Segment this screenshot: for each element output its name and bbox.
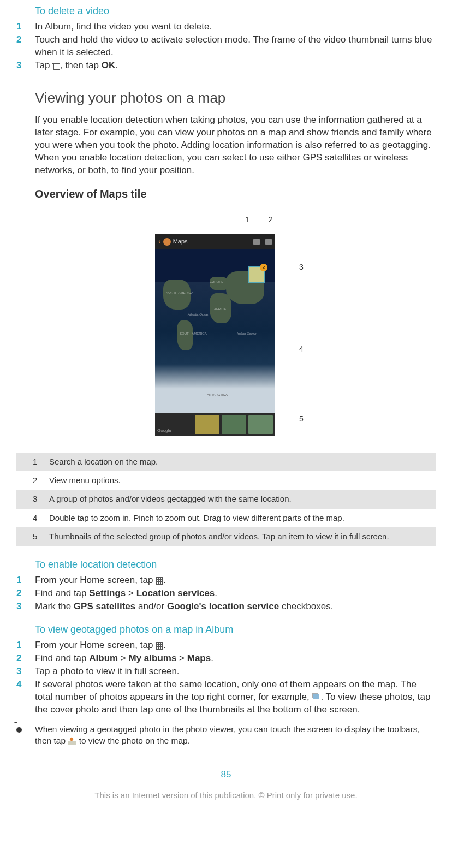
legend-text: View menu options.	[44, 471, 436, 490]
thumbnail[interactable]	[222, 415, 246, 434]
text-fragment: Mark the	[35, 601, 74, 611]
text-fragment: Find and tap	[35, 588, 89, 598]
menu-icon[interactable]	[265, 239, 272, 245]
map-label: EUROPE	[210, 280, 223, 284]
step-number: 3	[16, 601, 35, 613]
steps-delete-video: 1 In Album, find the video you want to d…	[16, 21, 436, 72]
map-label: Indian Ocean	[237, 331, 257, 336]
tip-bulb-icon	[16, 724, 35, 747]
table-row: 1 Search a location on the map.	[16, 453, 436, 471]
text-fragment: .	[211, 653, 213, 663]
footer-note: This is an Internet version of this publ…	[16, 790, 436, 801]
callout-legend-table: 1 Search a location on the map. 2 View m…	[16, 453, 436, 546]
bold-my-albums: My albums	[129, 653, 177, 663]
bold-settings: Settings	[89, 588, 126, 598]
section-title-view-geotagged: To view geotagged photos on a map in Alb…	[35, 623, 436, 636]
steps-view-geotagged: 1 From your Home screen, tap . 2 Find an…	[16, 639, 436, 716]
step-number: 2	[16, 652, 35, 665]
legend-text: A group of photos and/or videos geotagge…	[44, 490, 436, 508]
maps-title: Maps	[173, 237, 188, 246]
photo-stack-icon	[312, 693, 320, 701]
legend-num: 4	[16, 509, 44, 527]
tip-block: When viewing a geotagged photo in the ph…	[16, 724, 436, 747]
photo-count-badge: 2	[260, 264, 267, 271]
apps-grid-icon	[156, 577, 163, 585]
bold-google-location: Google's location service	[167, 601, 279, 611]
callout-number-5: 5	[299, 414, 304, 424]
step-text: Tap , then tap OK.	[35, 60, 436, 72]
figure-maps-overview: 1 2 3 4 5 ‹ Maps	[16, 212, 436, 442]
back-arrow-icon[interactable]: ‹	[158, 236, 161, 247]
thumbnail[interactable]	[195, 415, 219, 434]
text-fragment: and/or	[135, 601, 167, 611]
text-fragment: , then tap	[60, 60, 102, 70]
legend-text: Search a location on the map.	[44, 453, 436, 471]
bold-maps: Maps	[187, 653, 211, 663]
step-text: Tap a photo to view it in full screen.	[35, 665, 436, 678]
callout-number-3: 3	[299, 262, 304, 272]
step-text: Touch and hold the video to activate sel…	[35, 34, 436, 59]
legend-num: 5	[16, 527, 44, 546]
step-text: Mark the GPS satellites and/or Google's …	[35, 601, 436, 613]
text-fragment: >	[126, 588, 136, 598]
table-row: 4 Double tap to zoom in. Pinch to zoom o…	[16, 509, 436, 527]
text-fragment: checkboxes.	[279, 601, 333, 611]
step-number: 1	[16, 21, 35, 33]
maps-app-header: ‹ Maps	[155, 234, 275, 249]
intro-paragraph: If you enable location detection when ta…	[35, 114, 436, 177]
step-number: 2	[16, 587, 35, 600]
page-number: 85	[16, 769, 436, 781]
step-number: 2	[16, 34, 35, 59]
step-number: 1	[16, 639, 35, 652]
table-row: 3 A group of photos and/or videos geotag…	[16, 490, 436, 508]
text-fragment: >	[176, 653, 187, 663]
map-label: SOUTH AMERICA	[180, 331, 207, 336]
text-fragment: From your Home screen, tap	[35, 640, 156, 650]
map-area[interactable]: NORTH AMERICA SOUTH AMERICA EUROPE AFRIC…	[155, 249, 275, 413]
thumbnail-bar: Google	[155, 413, 275, 436]
bold-album: Album	[89, 653, 118, 663]
step-number: 1	[16, 574, 35, 587]
step-number: 3	[16, 60, 35, 72]
legend-num: 3	[16, 490, 44, 508]
map-label: ANTARCTICA	[207, 393, 228, 397]
section-title-enable-location: To enable location detection	[35, 558, 436, 571]
callout-number-4: 4	[299, 344, 304, 354]
apps-grid-icon	[156, 642, 163, 650]
map-label: AFRICA	[214, 307, 226, 311]
step-text: If several photos were taken at the same…	[35, 679, 436, 716]
step-text: From your Home screen, tap .	[35, 639, 436, 652]
bold-ok: OK	[102, 60, 116, 70]
callout-number-2: 2	[269, 215, 273, 225]
text-fragment: .	[163, 575, 166, 585]
legend-num: 2	[16, 471, 44, 490]
heading-viewing-photos-map: Viewing your photos on a map	[35, 88, 436, 108]
text-fragment: .	[163, 640, 166, 650]
thumbnail[interactable]	[248, 415, 273, 434]
phone-screenshot: ‹ Maps NORTH AMERICA SOUTH AMERICA EUROP…	[155, 234, 275, 436]
map-label: Atlantic Ocean	[188, 312, 209, 317]
globe-icon	[163, 238, 171, 246]
text-fragment: Find and tap	[35, 653, 89, 663]
steps-enable-location: 1 From your Home screen, tap . 2 Find an…	[16, 574, 436, 613]
search-icon[interactable]	[253, 239, 260, 245]
text-fragment: to view the photo on the map.	[76, 736, 190, 745]
text-fragment: >	[118, 653, 128, 663]
step-text: Find and tap Album > My albums > Maps.	[35, 652, 436, 665]
google-attribution: Google	[157, 428, 171, 434]
bold-gps: GPS satellites	[74, 601, 135, 611]
step-number: 3	[16, 665, 35, 678]
trash-icon	[52, 62, 60, 70]
bold-location-services: Location services	[136, 588, 215, 598]
legend-text: Double tap to zoom in. Pinch to zoom out…	[44, 509, 436, 527]
map-label: NORTH AMERICA	[166, 290, 193, 295]
step-text: In Album, find the video you want to del…	[35, 21, 436, 33]
section-title-delete-video: To delete a video	[35, 4, 436, 17]
callout-line	[275, 419, 297, 419]
map-pin-icon	[68, 737, 76, 745]
tip-text: When viewing a geotagged photo in the ph…	[35, 724, 436, 747]
step-text: Find and tap Settings > Location service…	[35, 587, 436, 600]
geotagged-photo-group[interactable]: 2	[248, 266, 265, 283]
legend-text: Thumbnails of the selected group of phot…	[44, 527, 436, 546]
heading-overview-maps-tile: Overview of Maps tile	[35, 187, 436, 201]
